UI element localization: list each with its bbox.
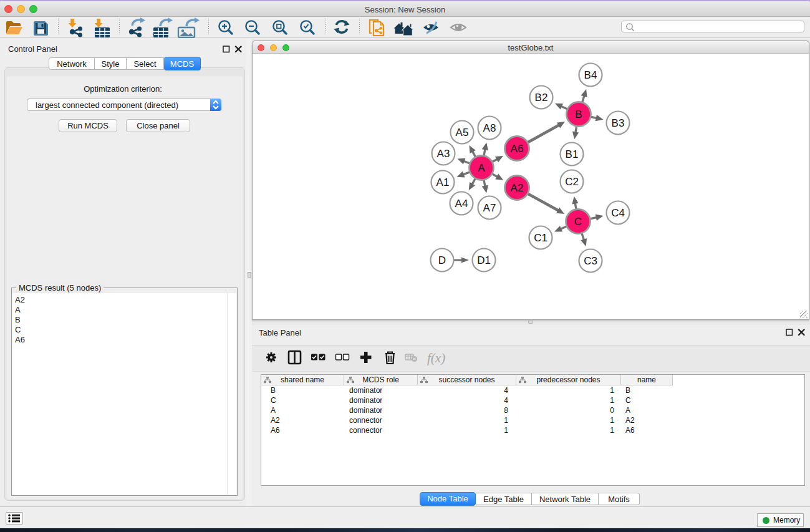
svg-text:D1: D1 <box>477 254 491 266</box>
svg-text:B4: B4 <box>584 69 597 81</box>
svg-text:A7: A7 <box>483 202 496 214</box>
svg-text:B2: B2 <box>535 92 548 104</box>
svg-text:A3: A3 <box>437 148 450 160</box>
svg-text:A2: A2 <box>511 182 524 194</box>
svg-text:A6: A6 <box>511 143 524 155</box>
svg-text:B: B <box>575 109 582 120</box>
svg-text:A4: A4 <box>455 198 468 210</box>
svg-text:C3: C3 <box>584 255 597 267</box>
svg-text:C1: C1 <box>534 232 547 244</box>
svg-text:f(x): f(x) <box>427 351 445 365</box>
svg-text:C2: C2 <box>565 176 579 188</box>
svg-text:A: A <box>478 162 485 174</box>
svg-text:A5: A5 <box>456 127 469 138</box>
svg-text:D: D <box>438 254 446 266</box>
svg-text:A8: A8 <box>483 122 496 134</box>
svg-text:B1: B1 <box>566 148 579 160</box>
svg-text:B3: B3 <box>612 117 625 129</box>
svg-text:C: C <box>574 216 582 228</box>
svg-text:A1: A1 <box>436 177 450 188</box>
svg-text:C4: C4 <box>611 207 625 219</box>
